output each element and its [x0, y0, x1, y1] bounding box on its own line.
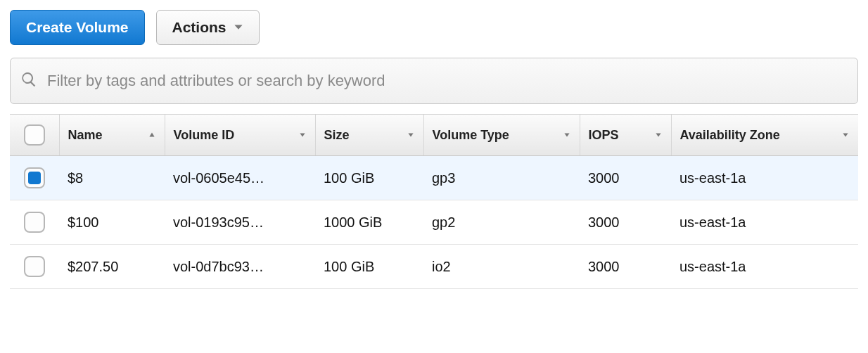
sort-none-icon [298, 131, 307, 139]
actions-label: Actions [172, 19, 226, 36]
cell-iops: 3000 [580, 245, 671, 289]
sort-asc-icon [148, 131, 156, 139]
row-checkbox[interactable] [24, 212, 45, 233]
search-bar [10, 58, 858, 104]
cell-az: us-east-1a [671, 200, 858, 245]
col-header-az[interactable]: Availability Zone [671, 115, 858, 156]
create-volume-button[interactable]: Create Volume [10, 10, 145, 45]
cell-iops: 3000 [580, 156, 671, 200]
col-label-volume-id: Volume ID [174, 128, 235, 143]
actions-button[interactable]: Actions [156, 10, 260, 45]
col-label-size: Size [324, 128, 350, 143]
create-volume-label: Create Volume [26, 19, 129, 36]
cell-volume-id: vol-0605e45… [165, 156, 315, 200]
col-header-name[interactable]: Name [59, 115, 165, 156]
cell-volume-id: vol-0193c95… [165, 200, 315, 245]
sort-none-icon [654, 131, 663, 139]
col-label-name: Name [68, 128, 103, 143]
cell-az: us-east-1a [671, 156, 858, 200]
col-header-iops[interactable]: IOPS [580, 115, 671, 156]
cell-name: $207.50 [59, 245, 165, 289]
cell-az: us-east-1a [671, 245, 858, 289]
cell-volume-type: gp3 [423, 156, 580, 200]
toolbar: Create Volume Actions [0, 0, 868, 58]
cell-size: 100 GiB [315, 156, 423, 200]
sort-none-icon [841, 131, 850, 139]
cell-size: 1000 GiB [315, 200, 423, 245]
cell-name: $8 [59, 156, 165, 200]
sort-none-icon [563, 131, 571, 139]
select-all-header[interactable] [10, 115, 59, 156]
col-label-iops: IOPS [589, 128, 619, 143]
table-row[interactable]: $100vol-0193c95…1000 GiBgp23000us-east-1… [10, 200, 858, 245]
row-checkbox[interactable] [24, 167, 45, 188]
cell-volume-type: io2 [423, 245, 580, 289]
table-row[interactable]: $207.50vol-0d7bc93…100 GiBio23000us-east… [10, 245, 858, 289]
col-header-size[interactable]: Size [315, 115, 423, 156]
cell-volume-type: gp2 [423, 200, 580, 245]
sort-none-icon [407, 131, 415, 139]
col-label-az: Availability Zone [680, 128, 780, 143]
cell-name: $100 [59, 200, 165, 245]
chevron-down-icon [234, 19, 243, 36]
select-all-checkbox[interactable] [24, 124, 45, 146]
cell-volume-id: vol-0d7bc93… [165, 245, 315, 289]
col-header-volume-type[interactable]: Volume Type [423, 115, 580, 156]
search-icon [20, 71, 37, 91]
cell-size: 100 GiB [315, 245, 423, 289]
col-header-volume-id[interactable]: Volume ID [165, 115, 315, 156]
row-checkbox[interactable] [24, 256, 45, 277]
cell-iops: 3000 [580, 200, 671, 245]
volumes-table: Name Volume ID [10, 114, 858, 289]
table-row[interactable]: $8vol-0605e45…100 GiBgp33000us-east-1a [10, 156, 858, 200]
col-label-volume-type: Volume Type [433, 128, 509, 143]
search-input[interactable] [47, 72, 848, 90]
table-header-row: Name Volume ID [10, 115, 858, 156]
